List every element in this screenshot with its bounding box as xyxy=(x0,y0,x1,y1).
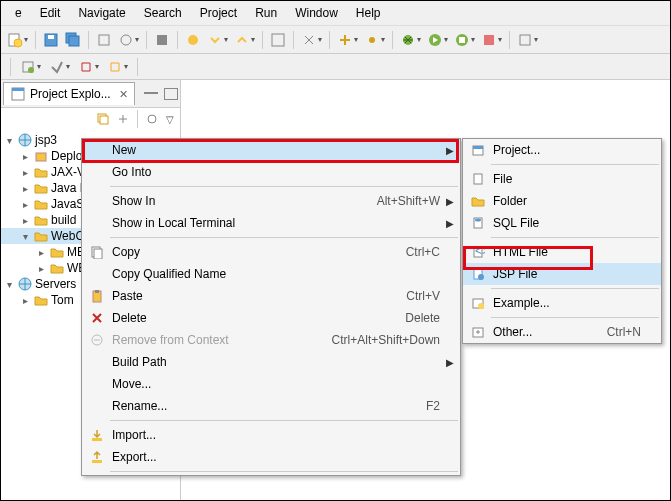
svg-rect-36 xyxy=(473,146,483,149)
tool-e[interactable]: ▾ xyxy=(362,30,387,50)
ctx-go-into[interactable]: Go Into xyxy=(82,161,460,183)
main-toolbar: ▾ ▾ ▾ ▾ ▾ ▾ ▾ ▾ ▾ ▾ ▾ ▾ xyxy=(1,26,670,54)
expand-icon[interactable]: ▾ xyxy=(3,279,15,290)
svg-rect-33 xyxy=(92,438,102,441)
ext-tools[interactable]: ▾ xyxy=(479,30,504,50)
menu-navigate[interactable]: Navigate xyxy=(70,3,133,23)
save-button[interactable] xyxy=(41,30,61,50)
menu-label: Delete xyxy=(108,311,405,325)
project-explorer-tab[interactable]: Project Explo... ✕ xyxy=(3,82,135,105)
ctx-copy[interactable]: CopyCtrl+C xyxy=(82,241,460,263)
expand-icon[interactable]: ▸ xyxy=(19,151,31,162)
collapse-all-icon[interactable] xyxy=(94,110,112,128)
submenu-arrow-icon: ▶ xyxy=(446,196,454,207)
view-menu-icon[interactable]: ▽ xyxy=(163,110,176,128)
new-button[interactable]: ▾ xyxy=(5,30,30,50)
new-other[interactable]: Other...Ctrl+N xyxy=(463,321,661,343)
focus-task-icon[interactable] xyxy=(143,110,161,128)
maximize-icon[interactable] xyxy=(164,88,178,100)
expand-icon[interactable]: ▸ xyxy=(35,247,47,258)
deploy-icon xyxy=(33,149,49,163)
tool-h[interactable]: ▾ xyxy=(47,57,72,77)
tool-j[interactable]: ▾ xyxy=(105,57,130,77)
debug-skip[interactable] xyxy=(183,30,203,50)
menu-separator xyxy=(491,164,659,165)
expand-icon[interactable]: ▸ xyxy=(19,215,31,226)
ctx-build-path[interactable]: Build Path▶ xyxy=(82,351,460,373)
tool-b[interactable] xyxy=(268,30,288,50)
menu-project[interactable]: Project xyxy=(192,3,245,23)
next-ann[interactable]: ▾ xyxy=(205,30,230,50)
expand-icon[interactable]: ▸ xyxy=(19,167,31,178)
svg-point-9 xyxy=(188,35,198,45)
ctx-import[interactable]: Import... xyxy=(82,424,460,446)
tool-f[interactable]: ▾ xyxy=(515,30,540,50)
tree-label: Deplo xyxy=(51,149,82,163)
new-example[interactable]: Example... xyxy=(463,292,661,314)
new-folder[interactable]: Folder xyxy=(463,190,661,212)
menu-shortcut: Ctrl+N xyxy=(607,325,655,339)
tree-label: JavaS xyxy=(51,197,84,211)
svg-rect-10 xyxy=(272,34,284,46)
prev-ann[interactable]: ▾ xyxy=(232,30,257,50)
tool-g[interactable]: ▾ xyxy=(18,57,43,77)
tool-i[interactable]: ▾ xyxy=(76,57,101,77)
new-sql-file[interactable]: SQL File xyxy=(463,212,661,234)
close-view-icon[interactable]: ✕ xyxy=(119,88,128,101)
menu-shortcut: Ctrl+C xyxy=(406,245,454,259)
menu-separator xyxy=(491,317,659,318)
svg-point-19 xyxy=(28,67,34,73)
save-all-button[interactable] xyxy=(63,30,83,50)
svg-point-39 xyxy=(475,219,481,222)
new-jsp-file[interactable]: JSP File xyxy=(463,263,661,285)
expand-icon[interactable]: ▾ xyxy=(19,231,31,242)
menu-file[interactable]: e xyxy=(7,3,30,23)
svg-rect-37 xyxy=(474,174,482,184)
run-last[interactable]: ▾ xyxy=(452,30,477,50)
ctx-copy-qualified-name[interactable]: Copy Qualified Name xyxy=(82,263,460,285)
submenu-arrow-icon: ▶ xyxy=(446,218,454,229)
expand-icon[interactable]: ▾ xyxy=(3,135,15,146)
minimize-icon[interactable] xyxy=(144,90,158,94)
svg-rect-17 xyxy=(520,35,530,45)
other-icon xyxy=(467,325,489,339)
build-button[interactable]: ▾ xyxy=(116,30,141,50)
new-project[interactable]: Project... xyxy=(463,139,661,161)
folder-icon xyxy=(33,197,49,211)
ctx-delete[interactable]: DeleteDelete xyxy=(82,307,460,329)
menu-window[interactable]: Window xyxy=(287,3,346,23)
expand-icon[interactable]: ▸ xyxy=(19,295,31,306)
run-button[interactable]: ▾ xyxy=(425,30,450,50)
ctx-move[interactable]: Move... xyxy=(82,373,460,395)
menu-label: Show In xyxy=(108,194,377,208)
expand-icon[interactable]: ▸ xyxy=(19,199,31,210)
tool-c[interactable]: ▾ xyxy=(299,30,324,50)
menu-edit[interactable]: Edit xyxy=(32,3,69,23)
debug-button[interactable]: ▾ xyxy=(398,30,423,50)
ctx-rename[interactable]: Rename...F2 xyxy=(82,395,460,417)
tool-a[interactable] xyxy=(152,30,172,50)
svg-rect-5 xyxy=(69,36,79,46)
ctx-export[interactable]: Export... xyxy=(82,446,460,468)
menu-label: File xyxy=(489,172,655,186)
ctx-new[interactable]: New▶ xyxy=(82,139,460,161)
ctx-show-in[interactable]: Show InAlt+Shift+W▶ xyxy=(82,190,460,212)
expand-icon[interactable]: ▸ xyxy=(19,183,31,194)
ctx-paste[interactable]: PasteCtrl+V xyxy=(82,285,460,307)
new-file[interactable]: File xyxy=(463,168,661,190)
tool-d[interactable]: ▾ xyxy=(335,30,360,50)
svg-rect-6 xyxy=(99,35,109,45)
link-editor-icon[interactable] xyxy=(114,110,132,128)
menu-run[interactable]: Run xyxy=(247,3,285,23)
toggle-button[interactable] xyxy=(94,30,114,50)
menu-shortcut: F2 xyxy=(426,399,454,413)
menu-help[interactable]: Help xyxy=(348,3,389,23)
new-html-file[interactable]: <>HTML File xyxy=(463,241,661,263)
svg-rect-8 xyxy=(157,35,167,45)
menu-separator xyxy=(110,420,458,421)
menu-label: Build Path xyxy=(108,355,454,369)
project-explorer-title: Project Explo... xyxy=(30,87,111,101)
expand-icon[interactable]: ▸ xyxy=(35,263,47,274)
menu-search[interactable]: Search xyxy=(136,3,190,23)
ctx-show-in-local-terminal[interactable]: Show in Local Terminal▶ xyxy=(82,212,460,234)
